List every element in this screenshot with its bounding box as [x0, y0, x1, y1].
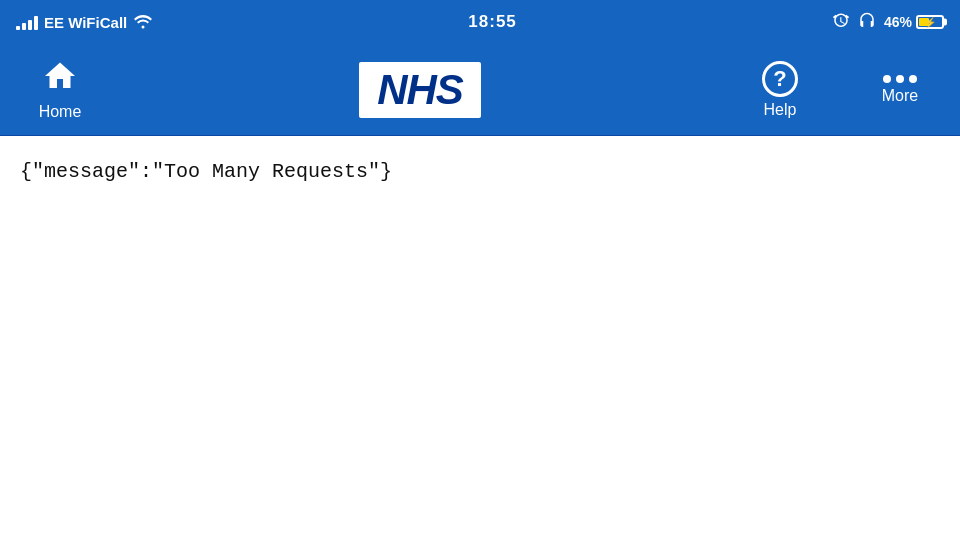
status-left: EE WiFiCall — [16, 13, 153, 32]
battery-indicator: 46% ⚡ — [884, 14, 944, 30]
nhs-logo: NHS — [359, 62, 481, 118]
wifi-icon — [133, 13, 153, 32]
help-icon: ? — [762, 61, 798, 97]
carrier-label: EE WiFiCall — [44, 14, 127, 31]
home-nav-item[interactable]: Home — [0, 44, 120, 135]
status-bar: EE WiFiCall 18:55 46% ⚡ — [0, 0, 960, 44]
home-nav-label: Home — [39, 103, 82, 121]
battery-icon: ⚡ — [916, 15, 944, 29]
status-time: 18:55 — [468, 12, 516, 32]
home-icon — [42, 58, 78, 99]
error-message: {"message":"Too Many Requests"} — [20, 160, 940, 183]
content-area: {"message":"Too Many Requests"} — [0, 136, 960, 203]
alarm-icon — [832, 12, 850, 33]
battery-percent-label: 46% — [884, 14, 912, 30]
headphone-icon — [858, 12, 876, 33]
nav-bar: Home NHS ? Help More — [0, 44, 960, 136]
more-icon — [883, 75, 917, 83]
signal-icon — [16, 14, 38, 30]
status-right: 46% ⚡ — [832, 12, 944, 33]
more-nav-label: More — [882, 87, 918, 105]
help-nav-label: Help — [764, 101, 797, 119]
nhs-logo-area: NHS — [120, 44, 720, 135]
help-nav-item[interactable]: ? Help — [720, 44, 840, 135]
battery-charging-icon: ⚡ — [924, 17, 936, 28]
more-nav-item[interactable]: More — [840, 44, 960, 135]
